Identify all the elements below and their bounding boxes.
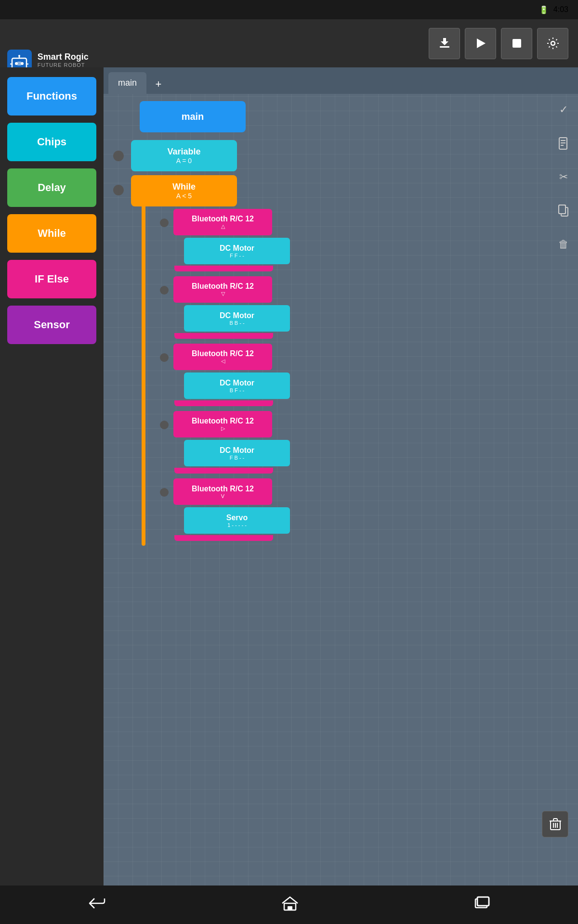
servo-block[interactable]: Servo 1 - - - - - bbox=[184, 507, 290, 534]
pink-bar-3 bbox=[174, 400, 273, 406]
svg-point-11 bbox=[551, 41, 555, 45]
trash-icon-right[interactable]: 🗑 bbox=[553, 233, 575, 255]
scissors-icon[interactable]: ✂ bbox=[553, 166, 575, 188]
pink-bar-1 bbox=[174, 266, 273, 271]
bt-block-2[interactable]: Bluetooth R/C 12 ▽ bbox=[173, 276, 272, 303]
trash-button[interactable] bbox=[542, 811, 568, 837]
svg-rect-27 bbox=[477, 897, 489, 906]
bottom-nav bbox=[0, 886, 578, 924]
svg-rect-3 bbox=[17, 62, 21, 65]
sidebar-item-sensor[interactable]: Sensor bbox=[7, 306, 96, 344]
download-button[interactable] bbox=[429, 28, 460, 59]
time-display: 4:03 bbox=[553, 5, 568, 14]
check-icon[interactable]: ✓ bbox=[553, 99, 575, 120]
svg-rect-8 bbox=[440, 46, 449, 48]
sidebar-item-delay[interactable]: Delay bbox=[7, 168, 96, 207]
sidebar: Functions Chips Delay While IF Else Sens… bbox=[0, 67, 104, 886]
svg-rect-10 bbox=[512, 39, 521, 48]
recent-apps-button[interactable] bbox=[473, 896, 491, 914]
blocks-area: main Variable A = 0 While A < 5 bbox=[104, 94, 549, 886]
motor-block-4[interactable]: DC Motor F B - - bbox=[184, 440, 290, 466]
home-button[interactable] bbox=[281, 896, 299, 914]
app-title: Smart Rogic bbox=[38, 52, 104, 62]
bt-block-5[interactable]: Bluetooth R/C 12 V bbox=[173, 478, 272, 505]
add-tab-button[interactable]: + bbox=[149, 75, 168, 94]
battery-icon: 🔋 bbox=[539, 5, 549, 14]
svg-rect-25 bbox=[288, 906, 292, 910]
motor-block-2[interactable]: DC Motor B B - - bbox=[184, 305, 290, 332]
pink-bar-2 bbox=[174, 333, 273, 339]
pink-bar-5 bbox=[174, 535, 273, 541]
status-bar: 🔋 4:03 bbox=[0, 0, 578, 19]
svg-rect-17 bbox=[559, 205, 565, 214]
play-button[interactable] bbox=[465, 28, 496, 59]
main-layout: Functions Chips Delay While IF Else Sens… bbox=[0, 67, 578, 886]
svg-marker-9 bbox=[477, 38, 486, 48]
motor-block-3[interactable]: DC Motor B F - - bbox=[184, 372, 290, 399]
main-block-label: main bbox=[140, 101, 246, 132]
tab-main[interactable]: main bbox=[108, 72, 146, 94]
bt-block-3[interactable]: Bluetooth R/C 12 ◁ bbox=[173, 344, 272, 370]
sidebar-item-chips[interactable]: Chips bbox=[7, 123, 96, 161]
variable-block[interactable]: Variable A = 0 bbox=[131, 140, 237, 171]
bt-block-1[interactable]: Bluetooth R/C 12 △ bbox=[173, 209, 272, 235]
back-button[interactable] bbox=[87, 896, 106, 914]
bt-block-4[interactable]: Bluetooth R/C 12 ▷ bbox=[173, 411, 272, 437]
tab-bar: main + bbox=[104, 67, 578, 94]
settings-button[interactable] bbox=[537, 28, 568, 59]
sidebar-item-functions[interactable]: Functions bbox=[7, 77, 96, 116]
pink-bar-4 bbox=[174, 468, 273, 474]
copy-icon[interactable] bbox=[553, 200, 575, 221]
file-icon[interactable] bbox=[553, 132, 575, 154]
sidebar-item-if-else[interactable]: IF Else bbox=[7, 260, 96, 298]
right-icons-panel: ✓ ✂ 🗑 bbox=[549, 94, 578, 886]
svg-point-5 bbox=[18, 55, 20, 57]
while-block[interactable]: While A < 5 bbox=[131, 175, 237, 206]
canvas-area: main + ✓ ✂ bbox=[104, 67, 578, 886]
stop-button[interactable] bbox=[501, 28, 532, 59]
motor-block-1[interactable]: DC Motor F F - - bbox=[184, 238, 290, 264]
sidebar-item-while[interactable]: While bbox=[7, 214, 96, 253]
